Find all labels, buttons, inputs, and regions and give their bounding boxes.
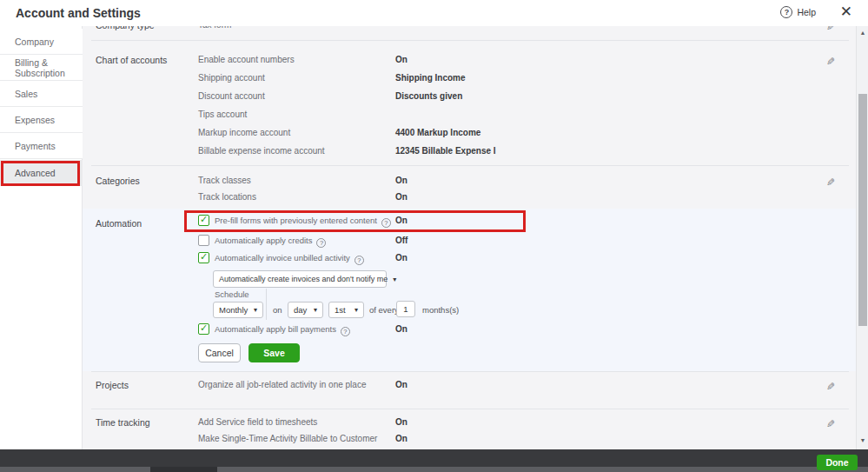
close-icon[interactable] [840,3,852,21]
invoice-unbilled-checkbox[interactable] [198,252,209,263]
done-button[interactable]: Done [817,455,858,470]
question-circle-icon[interactable] [316,238,326,248]
section-divider [91,409,849,409]
question-circle-icon[interactable] [381,218,391,228]
invoice-option-value: Automatically create invoices and don't … [219,275,388,283]
apply-credits-label: Automatically apply credits [215,236,326,248]
prefill-label: Pre-fill forms with previously entered c… [215,216,391,228]
edit-pencil-icon[interactable] [826,56,840,70]
ordinal-select[interactable]: 1st [328,302,364,318]
setting-label: Make Single-Time Activity Billable to Cu… [198,434,377,443]
setting-value: On [395,176,407,185]
vertical-scrollbar[interactable] [856,26,868,449]
cancel-button[interactable]: Cancel [198,343,241,362]
setting-value: On [395,192,407,202]
chevron-down-icon [388,276,396,283]
apply-credits-label-text: Automatically apply credits [215,236,312,245]
section-title-automation: Automation [96,218,142,229]
setting-value: On [395,380,407,389]
edit-pencil-icon[interactable] [826,176,840,190]
sidebar-item-advanced[interactable]: Advanced [0,160,83,186]
day-value: day [294,305,307,315]
setting-value: On [395,55,407,64]
setting-label: Markup income account [198,128,290,137]
chevron-down-icon [308,306,317,314]
apply-credits-checkbox[interactable] [198,235,209,246]
help-circle-icon [780,6,792,18]
scroll-up-icon[interactable] [857,28,868,38]
save-button[interactable]: Save [248,343,300,362]
window-header: Account and Settings Help [0,0,868,26]
settings-content: Company type Tax form Chart of accounts … [83,26,856,449]
setting-label: Organize all job-related activity in one… [198,380,366,389]
invoice-option-select[interactable]: Automatically create invoices and don't … [213,270,387,288]
settings-sidebar: Company Billing & Subscription Sales Exp… [0,26,83,449]
question-circle-icon[interactable] [341,327,350,336]
setting-value: Discounts given [395,91,462,101]
setting-value: On [395,417,407,427]
setting-label: Track locations [198,192,256,202]
of-every-label: of every [369,305,399,315]
setting-label: Enable account numbers [198,55,295,64]
section-divider [91,165,849,166]
frequency-value: Monthly [219,305,248,315]
sidebar-item-company[interactable]: Company [0,29,83,55]
bill-payments-label-text: Automatically apply bill payments [215,324,336,334]
setting-label-tax-form: Tax form [198,26,231,30]
setting-label: Discount account [198,91,265,101]
section-title-projects: Projects [96,380,129,390]
section-title-time-tracking: Time tracking [96,417,150,428]
help-button[interactable]: Help [780,6,816,18]
setting-value: Shipping Income [395,73,466,83]
bill-payments-label: Automatically apply bill payments [215,324,350,336]
setting-label: Tips account [198,110,247,119]
chevron-down-icon [349,306,358,314]
sidebar-item-billing[interactable]: Billing & Subscription [0,55,83,81]
setting-value: 4400 Markup Income [395,128,480,137]
on-label: on [273,305,282,315]
section-divider [91,371,849,372]
section-title-categories: Categories [96,176,140,186]
apply-credits-value: Off [395,236,407,245]
section-title-company-type: Company type [96,26,155,30]
setting-label: Billable expense income account [198,146,325,156]
sidebar-item-payments[interactable]: Payments [0,133,83,159]
setting-value: On [395,434,407,443]
sidebar-item-expenses[interactable]: Expenses [0,107,83,133]
schedule-divider [266,289,267,320]
bill-payments-checkbox[interactable] [198,323,209,335]
taskbar-strip [0,467,868,472]
scroll-down-icon[interactable] [857,435,868,446]
ordinal-value: 1st [335,305,346,315]
help-label: Help [797,7,816,17]
setting-label: Shipping account [198,73,265,83]
account-settings-window: Account and Settings Help Company Billin… [0,0,868,472]
footer-bar: Done [0,449,868,472]
invoice-unbilled-label: Automatically invoice unbilled activity [215,253,364,265]
edit-pencil-icon[interactable] [826,26,840,35]
page-title: Account and Settings [16,6,141,20]
months-label: months(s) [422,305,459,315]
frequency-select[interactable]: Monthly [213,302,263,318]
sidebar-item-sales[interactable]: Sales [0,81,83,107]
edit-pencil-icon[interactable] [826,418,840,432]
setting-label: Add Service field to timesheets [198,417,317,427]
setting-label: Track classes [198,176,251,185]
bill-payments-value: On [395,324,407,334]
scrollbar-thumb[interactable] [858,94,867,326]
prefill-checkbox[interactable] [198,215,209,226]
interval-input[interactable] [396,301,415,317]
prefill-label-text: Pre-fill forms with previously entered c… [215,216,377,225]
section-divider [91,40,849,41]
day-select[interactable]: day [288,302,323,318]
question-circle-icon[interactable] [354,256,364,265]
setting-value: 12345 Billable Expense I [395,146,496,156]
taskbar-block [150,467,217,472]
prefill-value: On [395,216,407,225]
chevron-down-icon [248,306,257,314]
section-title-chart-of-accounts: Chart of accounts [96,55,167,65]
invoice-unbilled-label-text: Automatically invoice unbilled activity [215,253,350,263]
edit-pencil-icon[interactable] [826,381,840,395]
invoice-unbilled-value: On [395,253,407,263]
schedule-label: Schedule [215,289,249,299]
